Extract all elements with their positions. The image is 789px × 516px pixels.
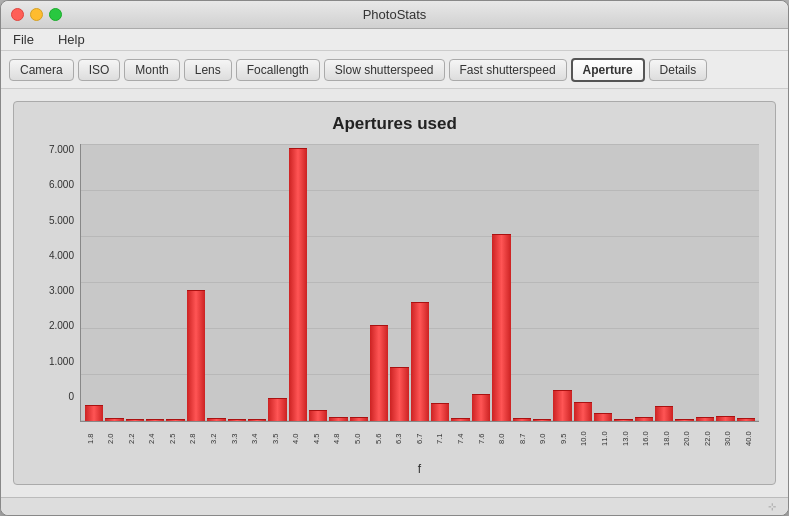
tab-fast-shutterspeed[interactable]: Fast shutterspeed (449, 59, 567, 81)
x-label-20.0: 20.0 (677, 424, 698, 458)
bar-4.5 (309, 410, 327, 421)
x-label-text: 2.5 (169, 424, 177, 454)
tab-month[interactable]: Month (124, 59, 179, 81)
x-label-text: 4.8 (333, 424, 341, 454)
x-label-text: 11.0 (601, 424, 609, 454)
x-label-2.0: 2.0 (101, 424, 122, 458)
x-label-text: 2.2 (128, 424, 136, 454)
tab-camera[interactable]: Camera (9, 59, 74, 81)
x-label-text: 40.0 (745, 424, 753, 454)
bar-7.1 (431, 403, 449, 421)
x-label-2.2: 2.2 (121, 424, 142, 458)
x-label-text: 3.5 (272, 424, 280, 454)
x-label-text: 7.6 (478, 424, 486, 454)
chart-plot (80, 144, 759, 422)
bar-30.0 (716, 416, 734, 421)
close-button[interactable] (11, 8, 24, 21)
x-label-text: 20.0 (683, 424, 691, 454)
x-label-2.8: 2.8 (183, 424, 204, 458)
y-tick-4000: 4.000 (49, 250, 74, 261)
x-label-text: 2.8 (189, 424, 197, 454)
bar-2.0 (105, 418, 123, 421)
minimize-button[interactable] (30, 8, 43, 21)
x-label-text: 18.0 (663, 424, 671, 454)
x-label-4.0: 4.0 (286, 424, 307, 458)
x-label-4.8: 4.8 (327, 424, 348, 458)
x-label-5.6: 5.6 (368, 424, 389, 458)
bar-6.7 (411, 302, 429, 421)
tab-slow-shutterspeed[interactable]: Slow shutterspeed (324, 59, 445, 81)
x-label-5.0: 5.0 (348, 424, 369, 458)
x-label-text: 3.4 (251, 424, 259, 454)
x-label-text: 10.0 (580, 424, 588, 454)
maximize-button[interactable] (49, 8, 62, 21)
chart-inner: 7.000 6.000 5.000 4.000 3.000 2.000 1.00… (30, 144, 759, 422)
y-tick-1000: 1.000 (49, 356, 74, 367)
y-tick-2000: 2.000 (49, 320, 74, 331)
x-label-text: 6.7 (416, 424, 424, 454)
bar-8.0 (492, 234, 510, 421)
bar-8.7 (513, 418, 531, 421)
bar-4.0 (289, 148, 307, 421)
x-label-text: 9.0 (539, 424, 547, 454)
y-axis: 7.000 6.000 5.000 4.000 3.000 2.000 1.00… (30, 144, 80, 422)
chart-body: 7.000 6.000 5.000 4.000 3.000 2.000 1.00… (30, 144, 759, 476)
x-label-11.0: 11.0 (594, 424, 615, 458)
bar-2.4 (146, 419, 164, 421)
x-label-7.4: 7.4 (450, 424, 471, 458)
bar-5.6 (370, 325, 388, 421)
bars-container (81, 144, 759, 421)
x-label-text: 5.6 (375, 424, 383, 454)
x-label-6.3: 6.3 (389, 424, 410, 458)
x-label-text: 4.0 (292, 424, 300, 454)
tab-aperture[interactable]: Aperture (571, 58, 645, 82)
bottom-bar: ⊹ (1, 497, 788, 515)
bar-18.0 (655, 406, 673, 421)
bar-2.8 (187, 290, 205, 421)
bar-40.0 (737, 418, 755, 421)
x-label-22.0: 22.0 (697, 424, 718, 458)
x-label-6.7: 6.7 (409, 424, 430, 458)
x-label-text: 3.3 (231, 424, 239, 454)
x-label-3.3: 3.3 (224, 424, 245, 458)
x-label-text: 9.5 (560, 424, 568, 454)
chart-container: Apertures used 7.000 6.000 5.000 4.000 3… (13, 101, 776, 485)
menu-file[interactable]: File (9, 30, 38, 49)
x-label-7.6: 7.6 (471, 424, 492, 458)
bar-4.8 (329, 417, 347, 421)
tab-details[interactable]: Details (649, 59, 708, 81)
bar-20.0 (675, 419, 693, 421)
x-label-7.1: 7.1 (430, 424, 451, 458)
bar-3.3 (228, 419, 246, 421)
x-label-3.5: 3.5 (265, 424, 286, 458)
window-title: PhotoStats (363, 7, 427, 22)
bar-9.5 (553, 390, 571, 421)
x-label-18.0: 18.0 (656, 424, 677, 458)
bar-7.4 (451, 418, 469, 421)
x-label-text: 4.5 (313, 424, 321, 454)
x-label-8.0: 8.0 (492, 424, 513, 458)
bar-5.0 (350, 417, 368, 421)
x-axis-title: f (30, 462, 759, 476)
x-label-text: 22.0 (704, 424, 712, 454)
menu-help[interactable]: Help (54, 30, 89, 49)
bar-13.0 (614, 419, 632, 421)
x-label-3.4: 3.4 (245, 424, 266, 458)
bar-10.0 (574, 402, 592, 421)
x-label-text: 3.2 (210, 424, 218, 454)
x-label-16.0: 16.0 (636, 424, 657, 458)
tab-lens[interactable]: Lens (184, 59, 232, 81)
bar-3.4 (248, 419, 266, 421)
y-tick-0: 0 (68, 391, 74, 402)
x-label-10.0: 10.0 (574, 424, 595, 458)
tab-iso[interactable]: ISO (78, 59, 121, 81)
x-label-text: 6.3 (395, 424, 403, 454)
x-label-9.5: 9.5 (553, 424, 574, 458)
window-controls (11, 8, 62, 21)
bar-3.5 (268, 398, 286, 421)
bar-9.0 (533, 419, 551, 421)
tab-focallength[interactable]: Focallength (236, 59, 320, 81)
y-tick-7000: 7.000 (49, 144, 74, 155)
x-label-40.0: 40.0 (739, 424, 760, 458)
x-label-3.2: 3.2 (203, 424, 224, 458)
